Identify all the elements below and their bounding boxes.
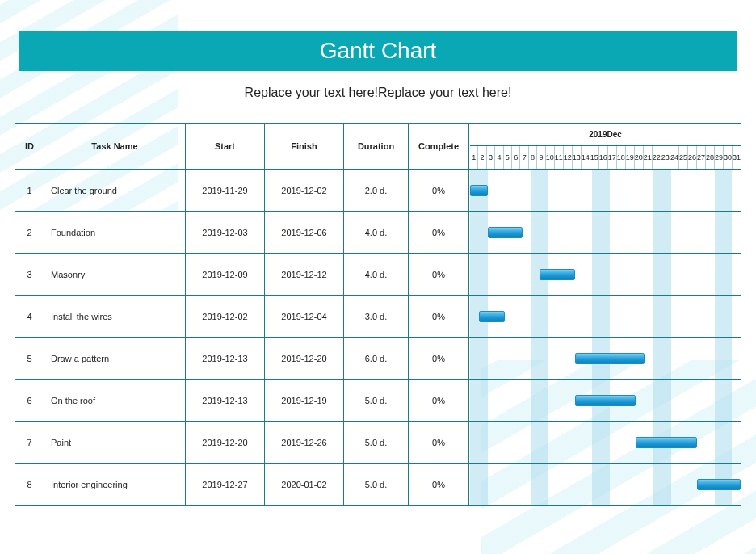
day-cell: 19 bbox=[626, 146, 635, 169]
cell-name: Foundation bbox=[44, 212, 186, 253]
col-id: ID bbox=[15, 124, 44, 169]
cell-duration: 6.0 d. bbox=[344, 338, 409, 379]
timeline-row bbox=[470, 296, 741, 338]
day-cell: 20 bbox=[635, 146, 644, 169]
day-cell: 28 bbox=[706, 146, 715, 169]
day-cell: 3 bbox=[487, 146, 495, 169]
cell-id: 4 bbox=[15, 296, 44, 337]
gantt-bar bbox=[575, 395, 636, 406]
gantt-chart: ID Task Name Start Finish Duration Compl… bbox=[15, 123, 741, 506]
table-row: 6On the roof2019-12-132019-12-195.0 d.0% bbox=[15, 380, 470, 422]
cell-start: 2019-12-27 bbox=[186, 464, 265, 505]
cell-complete: 0% bbox=[409, 212, 469, 253]
col-finish: Finish bbox=[265, 124, 344, 169]
cell-start: 2019-12-20 bbox=[186, 422, 265, 463]
day-cell: 5 bbox=[504, 146, 512, 169]
day-cell: 13 bbox=[573, 146, 582, 169]
cell-finish: 2020-01-02 bbox=[265, 464, 344, 505]
cell-finish: 2019-12-12 bbox=[265, 254, 344, 295]
timeline-header: 2019Dec 12345678910111213141516171819202… bbox=[470, 124, 741, 170]
day-cell: 11 bbox=[555, 146, 564, 169]
cell-complete: 0% bbox=[409, 464, 469, 505]
cell-finish: 2019-12-19 bbox=[265, 380, 344, 421]
col-complete: Complete bbox=[409, 124, 469, 169]
gantt-bar bbox=[479, 311, 505, 322]
day-cell: 27 bbox=[697, 146, 706, 169]
timeline-row bbox=[470, 338, 741, 380]
table-row: 3Masonry2019-12-092019-12-124.0 d.0% bbox=[15, 254, 470, 296]
cell-complete: 0% bbox=[409, 170, 469, 211]
table-header-row: ID Task Name Start Finish Duration Compl… bbox=[15, 124, 470, 170]
cell-start: 2019-11-29 bbox=[186, 170, 265, 211]
day-cell: 18 bbox=[617, 146, 626, 169]
gantt-bar bbox=[575, 353, 645, 364]
cell-complete: 0% bbox=[409, 296, 469, 337]
cell-finish: 2019-12-06 bbox=[265, 212, 344, 253]
table-row: 5Draw a pattern2019-12-132019-12-206.0 d… bbox=[15, 338, 470, 380]
cell-finish: 2019-12-02 bbox=[265, 170, 344, 211]
cell-duration: 4.0 d. bbox=[344, 212, 409, 253]
cell-name: On the roof bbox=[44, 380, 186, 421]
col-name: Task Name bbox=[44, 124, 186, 169]
cell-start: 2019-12-02 bbox=[186, 296, 265, 337]
timeline-body bbox=[470, 170, 741, 506]
subtitle: Replace your text here!Replace your text… bbox=[0, 86, 756, 100]
timeline-row bbox=[470, 254, 741, 296]
day-cell: 4 bbox=[495, 146, 503, 169]
day-cell: 24 bbox=[670, 146, 679, 169]
timeline-row bbox=[470, 464, 741, 506]
cell-complete: 0% bbox=[409, 380, 469, 421]
day-cell: 30 bbox=[724, 146, 733, 169]
task-table: ID Task Name Start Finish Duration Compl… bbox=[15, 124, 470, 506]
timeline-days: 1234567891011121314151617181920212223242… bbox=[470, 146, 741, 169]
cell-name: Masonry bbox=[44, 254, 186, 295]
cell-start: 2019-12-09 bbox=[186, 254, 265, 295]
cell-finish: 2019-12-20 bbox=[265, 338, 344, 379]
day-cell: 12 bbox=[564, 146, 573, 169]
cell-complete: 0% bbox=[409, 338, 469, 379]
cell-id: 2 bbox=[15, 212, 44, 253]
table-row: 2Foundation2019-12-032019-12-064.0 d.0% bbox=[15, 212, 470, 254]
gantt-bar bbox=[636, 437, 697, 448]
cell-duration: 5.0 d. bbox=[344, 422, 409, 463]
timeline-row bbox=[470, 212, 741, 254]
day-cell: 1 bbox=[470, 146, 478, 169]
day-cell: 9 bbox=[537, 146, 545, 169]
day-cell: 26 bbox=[688, 146, 697, 169]
cell-duration: 3.0 d. bbox=[344, 296, 409, 337]
cell-duration: 5.0 d. bbox=[344, 464, 409, 505]
cell-complete: 0% bbox=[409, 254, 469, 295]
table-row: 4Install the wires2019-12-022019-12-043.… bbox=[15, 296, 470, 338]
page-title: Gantt Chart bbox=[320, 38, 437, 64]
cell-name: Clear the ground bbox=[44, 170, 186, 211]
cell-duration: 2.0 d. bbox=[344, 170, 409, 211]
day-cell: 21 bbox=[644, 146, 653, 169]
day-cell: 23 bbox=[662, 146, 670, 169]
timeline-row bbox=[470, 170, 741, 212]
gantt-bar bbox=[540, 269, 574, 280]
day-cell: 15 bbox=[590, 146, 599, 169]
gantt-bar bbox=[488, 227, 523, 238]
cell-name: Install the wires bbox=[44, 296, 186, 337]
timeline-row bbox=[470, 422, 741, 464]
day-cell: 17 bbox=[608, 146, 617, 169]
gantt-bar bbox=[470, 185, 488, 196]
gantt-bar bbox=[697, 479, 741, 490]
cell-start: 2019-12-03 bbox=[186, 212, 265, 253]
day-cell: 29 bbox=[715, 146, 724, 169]
cell-id: 1 bbox=[15, 170, 44, 211]
cell-id: 8 bbox=[15, 464, 44, 505]
day-cell: 25 bbox=[679, 146, 688, 169]
cell-start: 2019-12-13 bbox=[186, 338, 265, 379]
day-cell: 10 bbox=[546, 146, 555, 169]
table-row: 1Clear the ground2019-11-292019-12-022.0… bbox=[15, 170, 470, 212]
cell-duration: 5.0 d. bbox=[344, 380, 409, 421]
cell-id: 5 bbox=[15, 338, 44, 379]
day-cell: 14 bbox=[582, 146, 590, 169]
cell-name: Interior engineering bbox=[44, 464, 186, 505]
cell-name: Paint bbox=[44, 422, 186, 463]
day-cell: 6 bbox=[512, 146, 520, 169]
cell-id: 7 bbox=[15, 422, 44, 463]
col-duration: Duration bbox=[344, 124, 409, 169]
day-cell: 7 bbox=[520, 146, 528, 169]
